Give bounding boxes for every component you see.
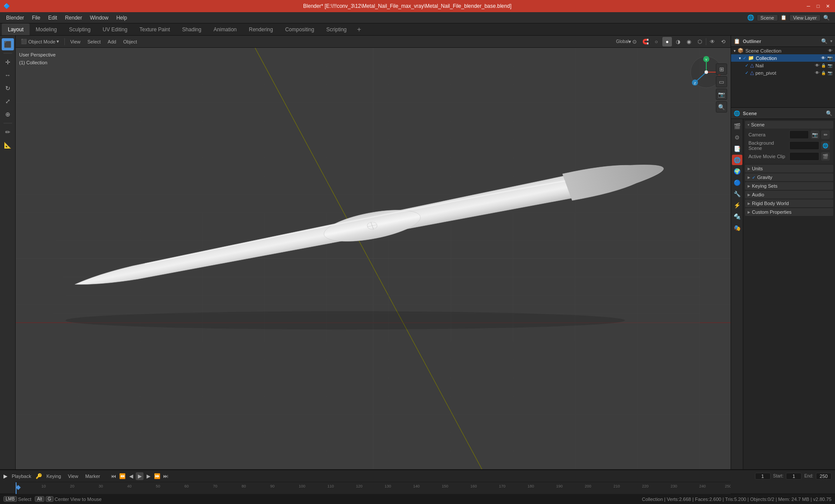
tab-sculpting[interactable]: Sculpting (63, 23, 97, 35)
movie-clip-value[interactable] (789, 152, 819, 161)
section-gravity-header[interactable]: ▶ ✓ Gravity (745, 173, 833, 181)
viewport-object-menu[interactable]: Object (120, 38, 140, 45)
cursor-tool-button[interactable]: ✛ (2, 56, 14, 68)
camera-edit-btn[interactable]: ✏ (821, 130, 830, 139)
menu-blender[interactable]: Blender (3, 14, 27, 22)
tab-texture-paint[interactable]: Texture Paint (134, 23, 176, 35)
collection-vis-icon[interactable]: 👁 (821, 56, 825, 60)
floor-btn[interactable]: ▭ (716, 76, 727, 87)
play-btn[interactable]: ▶ (136, 472, 144, 480)
outliner-item-collection[interactable]: ▾ ✓ 📁 Collection 👁 📷 (731, 54, 835, 62)
pen-extra-icon[interactable]: 🔒 (821, 71, 826, 75)
frame-end-display[interactable]: 250 (816, 473, 832, 480)
add-workspace-button[interactable]: + (353, 23, 365, 35)
outliner-item-nail[interactable]: ✓ △ Nail 👁 🔒 📷 (731, 62, 835, 69)
outliner-filter-icon2[interactable]: ▾ (830, 39, 832, 43)
gravity-checkbox[interactable]: ✓ (752, 175, 755, 180)
section-rigid-body-header[interactable]: ▶ Rigid Body World (745, 199, 833, 207)
prop-tab-modifiers[interactable]: 🔧 (732, 189, 742, 199)
measure-tool-button[interactable]: 📐 (2, 139, 14, 151)
viewport-shading-solid[interactable]: ● (662, 37, 672, 46)
nail-extra-icon[interactable]: 🔒 (821, 63, 826, 68)
menu-file[interactable]: File (28, 14, 43, 22)
viewport-mode-selector[interactable]: ⬛ Object Mode ▾ (18, 38, 62, 45)
bg-scene-icon-btn[interactable]: 🌐 (821, 141, 830, 150)
camera-pick-btn[interactable]: 📷 (811, 130, 819, 139)
prev-frame-btn[interactable]: ◀ (127, 472, 135, 480)
prop-tab-output[interactable]: ⚙ (732, 132, 742, 143)
gizmo-btn[interactable]: ⟲ (718, 37, 728, 46)
prop-tab-scene[interactable]: 🌐 (732, 155, 742, 165)
background-scene-value[interactable] (789, 141, 819, 150)
viewport-add-menu[interactable]: Add (105, 38, 119, 45)
minimize-button[interactable]: ─ (805, 2, 812, 10)
outliner-filter-icon[interactable]: 🔍 (821, 38, 828, 44)
camera-value[interactable] (789, 130, 809, 139)
global-transform-btn[interactable]: Global ▾ (619, 37, 628, 46)
pen-vis-icon[interactable]: 👁 (815, 70, 819, 75)
view-layer-selector[interactable]: View Layer (789, 14, 821, 21)
nail-vis-icon[interactable]: 👁 (815, 63, 819, 68)
prop-tab-view-layer[interactable]: 📑 (732, 143, 742, 154)
next-keyframe-btn[interactable]: ⏩ (153, 472, 161, 480)
move-tool-button[interactable]: ↔ (2, 69, 14, 81)
tab-compositing[interactable]: Compositing (279, 23, 321, 35)
props-filter-icon[interactable]: 🔍 (826, 110, 832, 116)
proportional-edit-btn[interactable]: ⊙ (630, 37, 639, 46)
visibility-icon[interactable]: 👁 (828, 48, 832, 53)
scale-tool-button[interactable]: ⤢ (2, 95, 14, 107)
tab-uv-editing[interactable]: UV Editing (97, 23, 134, 35)
tab-rendering[interactable]: Rendering (243, 23, 279, 35)
viewport-canvas[interactable]: User Perspective (1) Collection X Y (16, 48, 731, 469)
jump-end-btn[interactable]: ⏭ (162, 472, 170, 480)
viewport-select-menu[interactable]: Select (85, 38, 104, 45)
overlay-btn[interactable]: 👁 (708, 37, 717, 46)
section-audio-header[interactable]: ▶ Audio (745, 191, 833, 199)
menu-edit[interactable]: Edit (45, 14, 61, 22)
collection-render-icon[interactable]: 📷 (827, 56, 832, 60)
close-button[interactable]: ✕ (824, 2, 832, 10)
prop-tab-object[interactable]: 🔵 (732, 177, 742, 188)
section-keying-header[interactable]: ▶ Keying Sets (745, 182, 833, 190)
tab-layout[interactable]: Layout (2, 23, 30, 35)
section-units-header[interactable]: ▶ Units (745, 165, 833, 172)
tab-animation[interactable]: Animation (207, 23, 243, 35)
marker-menu[interactable]: Marker (83, 473, 103, 480)
prop-tab-constraints[interactable]: 🎭 (732, 222, 742, 233)
menu-render[interactable]: Render (61, 14, 85, 22)
current-frame-display[interactable]: 1 (755, 473, 771, 480)
nail-checkbox[interactable]: ✓ (745, 63, 748, 68)
frame-start-display[interactable]: 1 (786, 473, 802, 480)
view-menu[interactable]: View (65, 473, 81, 480)
next-frame-btn[interactable]: ▶ (144, 472, 152, 480)
prop-tab-world[interactable]: 🌍 (732, 166, 742, 176)
menu-help[interactable]: Help (113, 14, 130, 22)
select-tool-button[interactable]: ⬛ (2, 38, 14, 50)
grid-btn[interactable]: ⊞ (716, 63, 727, 75)
pen-checkbox[interactable]: ✓ (745, 70, 748, 75)
tab-shading[interactable]: Shading (176, 23, 207, 35)
movie-clip-icon-btn[interactable]: 🎬 (821, 152, 830, 161)
maximize-button[interactable]: □ (814, 2, 822, 10)
outliner-item-scene-collection[interactable]: ▾ 📦 Scene Collection 👁 (731, 47, 835, 54)
viewport-shading-rendered[interactable]: ◉ (684, 37, 694, 46)
nail-render-icon2[interactable]: 📷 (828, 63, 832, 68)
snap-btn[interactable]: 🧲 (641, 37, 650, 46)
collection-checkbox[interactable]: ✓ (743, 56, 746, 60)
timeline-ruler[interactable]: 1 10 20 30 40 50 60 70 80 90 100 110 120… (16, 482, 731, 494)
prop-tab-render[interactable]: 🎬 (732, 121, 742, 131)
jump-start-btn[interactable]: ⏮ (110, 472, 117, 480)
pen-render-icon2[interactable]: 📷 (828, 71, 832, 75)
tab-modeling[interactable]: Modeling (30, 23, 63, 35)
viewport-view-menu[interactable]: View (67, 38, 83, 45)
camera-btn[interactable]: 📷 (716, 89, 727, 100)
annotate-tool-button[interactable]: ✏ (2, 126, 14, 138)
scene-selector[interactable]: Scene (757, 14, 778, 21)
keying-menu[interactable]: Keying (44, 473, 64, 480)
playback-menu[interactable]: Playback (9, 473, 34, 480)
viewport-shading-wire[interactable]: ⬡ (695, 37, 705, 46)
outliner-item-pen-pivot[interactable]: ✓ △ pen_pivot 👁 🔒 📷 (731, 69, 835, 76)
tab-scripting[interactable]: Scripting (320, 23, 353, 35)
proportional-connected-btn[interactable]: ○ (651, 37, 661, 46)
rotate-tool-button[interactable]: ↻ (2, 82, 14, 94)
